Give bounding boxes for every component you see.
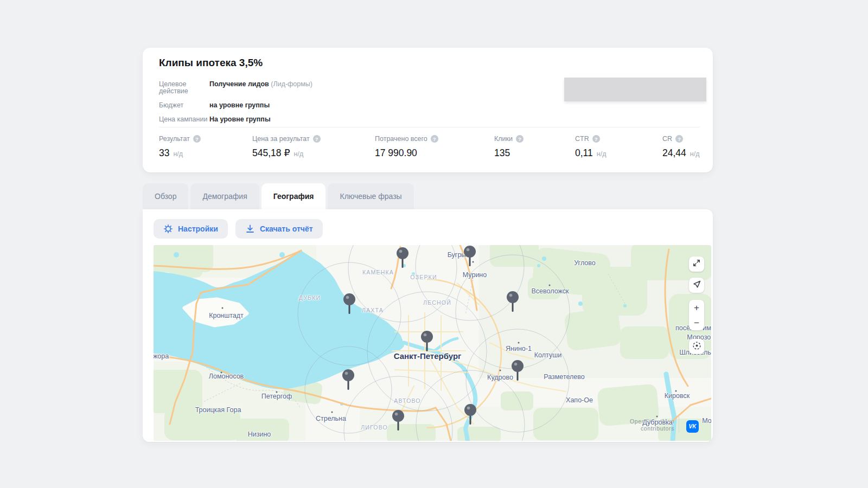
page: Клипы ипотека 3,5% Целевое действие Полу… xyxy=(0,0,868,488)
navigation-arrow-icon xyxy=(692,280,701,291)
geography-panel: Настройки Скачать отчёт xyxy=(143,209,713,442)
campaign-info: Целевое действие Получение лидов (Лид-фо… xyxy=(159,81,312,123)
expand-icon xyxy=(692,259,701,269)
info-label: Бюджет xyxy=(159,102,209,109)
locate-button[interactable] xyxy=(689,339,704,354)
help-icon[interactable]: ? xyxy=(516,135,524,143)
stat-cost-per-result: Цена за результат? 545,18 ₽н/д xyxy=(252,135,375,159)
settings-button[interactable]: Настройки xyxy=(154,219,228,239)
download-report-button[interactable]: Скачать отчёт xyxy=(235,219,323,239)
tab-geography[interactable]: География xyxy=(261,183,326,209)
stat-cr: CR? 24,44н/д xyxy=(662,135,699,159)
stat-clicks: Клики? 135 xyxy=(494,135,575,159)
stat-result: Результат? 33н/д xyxy=(159,135,252,159)
map-base-art xyxy=(154,245,711,441)
redacted-block xyxy=(564,78,706,101)
help-icon[interactable]: ? xyxy=(431,135,438,143)
help-icon[interactable]: ? xyxy=(313,135,321,143)
toolbar: Настройки Скачать отчёт xyxy=(154,219,323,239)
zoom-in-button[interactable]: + xyxy=(689,300,704,315)
stat-ctr: CTR? 0,11н/д xyxy=(575,135,662,159)
info-label: Цена кампании xyxy=(159,116,209,123)
map-attribution: OpenStreetMap contributors xyxy=(630,418,674,432)
fullscreen-button[interactable] xyxy=(689,256,704,272)
stat-total-spent: Потрачено всего? 17 990.90 xyxy=(375,135,494,159)
campaign-summary-card: Клипы ипотека 3,5% Целевое действие Полу… xyxy=(143,48,713,172)
info-label: Целевое действие xyxy=(159,81,209,95)
stats-row: Результат? 33н/д Цена за результат? 545,… xyxy=(159,127,700,159)
target-icon xyxy=(692,341,701,352)
help-icon[interactable]: ? xyxy=(592,135,600,143)
info-value: На уровне группы xyxy=(209,116,312,123)
my-location-button[interactable] xyxy=(689,278,704,293)
attribution-divider xyxy=(679,415,679,433)
zoom-controls: + − xyxy=(689,300,704,330)
info-value: на уровне группы xyxy=(209,102,312,109)
gear-icon xyxy=(163,224,173,234)
vk-logo[interactable]: VK xyxy=(686,420,699,433)
help-icon[interactable]: ? xyxy=(675,135,683,143)
tab-keywords[interactable]: Ключевые фразы xyxy=(328,183,413,209)
zoom-out-button[interactable]: − xyxy=(689,315,704,330)
tab-overview[interactable]: Обзор xyxy=(143,183,188,209)
report-tabs: Обзор Демография География Ключевые фраз… xyxy=(143,183,414,209)
geography-map[interactable]: OpenStreetMap contributors Санкт-Петербу… xyxy=(154,245,711,441)
help-icon[interactable]: ? xyxy=(193,135,201,143)
campaign-title: Клипы ипотека 3,5% xyxy=(159,57,263,69)
tab-demography[interactable]: Демография xyxy=(190,183,259,209)
download-icon xyxy=(245,224,255,234)
info-value: Получение лидов (Лид-формы) xyxy=(209,81,312,95)
